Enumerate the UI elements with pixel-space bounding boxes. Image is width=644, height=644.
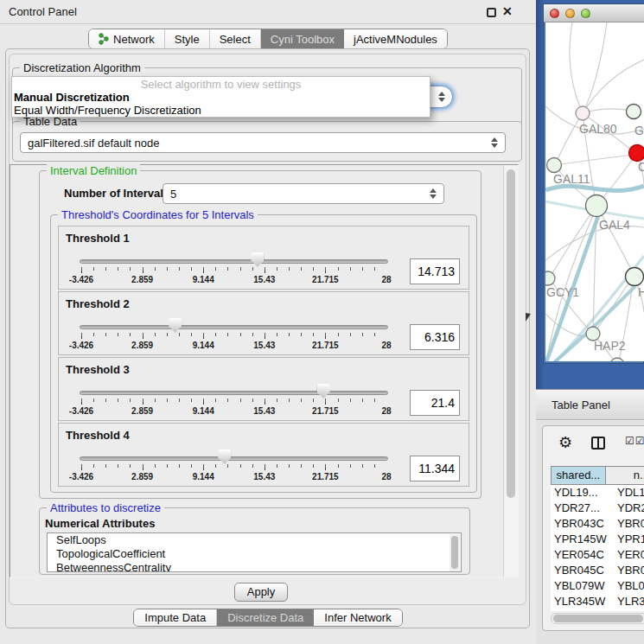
close-icon[interactable]: ✕	[502, 4, 513, 18]
zoom-traffic-light-icon[interactable]	[581, 9, 590, 18]
number-of-intervals-label: Number of Intervals	[64, 187, 169, 200]
column-header-shared[interactable]: shared...	[551, 466, 606, 485]
cell-name[interactable]: YLR3	[612, 594, 644, 609]
node-gal11[interactable]	[547, 158, 562, 173]
slider-thumb[interactable]	[169, 318, 182, 333]
cell-name[interactable]: YPR1	[612, 532, 644, 547]
table-row[interactable]: YIL052CYIL0	[551, 609, 644, 611]
table-row[interactable]: YLR345WYLR3	[551, 594, 644, 609]
cell-name[interactable]: YER0	[612, 547, 644, 563]
slider-track[interactable]	[80, 391, 388, 395]
tab-discretize-data[interactable]: Discretize Data	[217, 609, 314, 626]
float-window-icon[interactable]	[487, 8, 496, 17]
number-of-intervals-combobox[interactable]: 5	[163, 183, 444, 204]
cell-shared-name[interactable]: YBL079W	[551, 578, 612, 594]
gear-icon[interactable]: ⚙	[558, 433, 572, 452]
scrollbar-thumb[interactable]	[553, 615, 643, 622]
threshold-value-field[interactable]	[410, 390, 460, 416]
cell-name[interactable]: YBL0	[612, 578, 644, 594]
table-horizontal-scrollbar[interactable]	[551, 613, 644, 624]
node-label: GAL4	[599, 218, 630, 232]
network-window-titlebar[interactable]	[544, 4, 644, 22]
table-row[interactable]: YDR27...YDR2	[551, 501, 644, 516]
table-data-group: Table Data galFiltered.sif default node	[12, 121, 522, 162]
slider-track[interactable]	[80, 325, 388, 329]
table-panel-inner: ⚙ ☑☑ shared... n... YDL19...YDL1YDR27...…	[542, 425, 644, 631]
cell-shared-name[interactable]: YDL19...	[551, 485, 612, 501]
scrollbar-thumb[interactable]	[507, 169, 515, 498]
table-row[interactable]: YBR045CYBR0	[551, 563, 644, 578]
cell-name[interactable]: YBR0	[612, 563, 644, 578]
slider-track[interactable]	[80, 259, 388, 264]
cell-shared-name[interactable]: YBR045C	[551, 563, 612, 578]
cell-shared-name[interactable]: YDR27...	[551, 501, 612, 516]
node-gcy1[interactable]	[545, 271, 555, 285]
tab-impute-data[interactable]: Impute Data	[134, 609, 217, 626]
cell-name[interactable]: YDL1	[612, 485, 644, 501]
cell-shared-name[interactable]: YIL052C	[551, 609, 612, 611]
tab-infer-network[interactable]: Infer Network	[314, 609, 401, 626]
group-title: Threshold's Coordinates for 5 Intervals	[58, 208, 258, 221]
network-canvas[interactable]: GAL80 G... GAL11 C... GAL4 GCY1 H... HAP…	[545, 22, 644, 361]
table-row[interactable]: YPR145WYPR1	[551, 532, 644, 547]
cell-shared-name[interactable]: YPR145W	[551, 532, 612, 547]
axis-tick-label: 2.859	[131, 472, 153, 481]
group-title: Discretization Algorithm	[20, 61, 144, 74]
slider-tick-labels: -3.4262.8599.14415.4321.71528	[59, 472, 470, 482]
table-row[interactable]: YER054CYER0	[551, 547, 644, 563]
slider-thumb[interactable]	[317, 384, 330, 399]
tab-network[interactable]: Network	[89, 29, 165, 48]
table-data-combobox[interactable]: galFiltered.sif default node	[20, 132, 506, 153]
close-traffic-light-icon[interactable]	[550, 9, 559, 18]
table-row[interactable]: YDL19...YDL1	[551, 485, 644, 501]
cell-shared-name[interactable]: YBR043C	[551, 516, 612, 532]
node-attribute-table[interactable]: shared... n... YDL19...YDL1YDR27...YDR2Y…	[551, 466, 644, 611]
threshold-value-field[interactable]	[410, 258, 460, 284]
cell-shared-name[interactable]: YER054C	[551, 547, 612, 563]
numerical-attributes-label: Numerical Attributes	[45, 517, 155, 530]
threshold-value-field[interactable]	[410, 324, 460, 350]
cell-name[interactable]: YDR2	[612, 501, 644, 516]
node-label: H...	[638, 285, 644, 299]
attribute-list-item[interactable]: SelfLoops	[48, 533, 461, 547]
slider-track[interactable]	[80, 456, 388, 461]
cell-name[interactable]: YIL0	[612, 609, 644, 611]
cell-shared-name[interactable]: YLR345W	[551, 594, 612, 609]
combo-selected-value: 5	[170, 188, 176, 201]
node-h[interactable]	[626, 268, 644, 286]
node-gal4[interactable]	[586, 195, 608, 217]
cell-name[interactable]: YBR0	[612, 516, 644, 532]
settings-vertical-scrollbar[interactable]	[503, 165, 518, 577]
numerical-attributes-list[interactable]: SelfLoopsTopologicalCoefficientBetweenne…	[47, 532, 462, 572]
apply-button[interactable]: Apply	[234, 583, 288, 602]
table-row[interactable]: YBR043CYBR0	[551, 516, 644, 532]
minimize-traffic-light-icon[interactable]	[565, 9, 575, 18]
threshold-value-field[interactable]	[410, 456, 460, 481]
popup-item-manual-discretization[interactable]: Manual Discretization	[14, 91, 130, 104]
scrollbar-thumb[interactable]	[451, 536, 458, 569]
node-label: C...	[638, 160, 644, 174]
slider-thumb[interactable]	[251, 252, 264, 267]
popup-item-equal-width-frequency[interactable]: Equal Width/Frequency Discretization	[14, 104, 201, 117]
node-selected-red[interactable]	[629, 145, 644, 162]
slider-thumb[interactable]	[218, 450, 231, 464]
threshold-label: Threshold 1	[66, 232, 130, 245]
tab-jactivemnodules[interactable]: jActiveMNodules	[344, 29, 447, 48]
node-label: G...	[634, 124, 644, 137]
attribute-list-item[interactable]: TopologicalCoefficient	[48, 547, 461, 561]
tab-style[interactable]: Style	[165, 29, 210, 48]
network-view-window[interactable]: GAL80 G... GAL11 C... GAL4 GCY1 H... HAP…	[543, 3, 644, 364]
column-header-name[interactable]: n...	[606, 466, 644, 485]
node-gal80[interactable]	[576, 106, 590, 120]
list-scrollbar[interactable]	[450, 534, 460, 572]
tab-cyni-toolbox[interactable]: Cyni Toolbox	[261, 29, 344, 48]
table-row[interactable]: YBL079WYBL0	[551, 578, 644, 594]
attribute-list-item[interactable]: BetweennessCentrality	[48, 561, 461, 572]
threshold-1-panel: Threshold 1 -3.4262.8599.14415.4321.7152…	[58, 226, 469, 290]
split-pane-icon[interactable]	[591, 437, 605, 450]
tab-select[interactable]: Select	[210, 29, 261, 48]
control-panel: Control Panel ✕ Network Style Select Cyn…	[0, 0, 536, 644]
node-top-right[interactable]	[627, 105, 641, 119]
axis-tick-label: 15.43	[253, 472, 275, 481]
column-checkbox-icons[interactable]: ☑☑	[625, 435, 644, 447]
